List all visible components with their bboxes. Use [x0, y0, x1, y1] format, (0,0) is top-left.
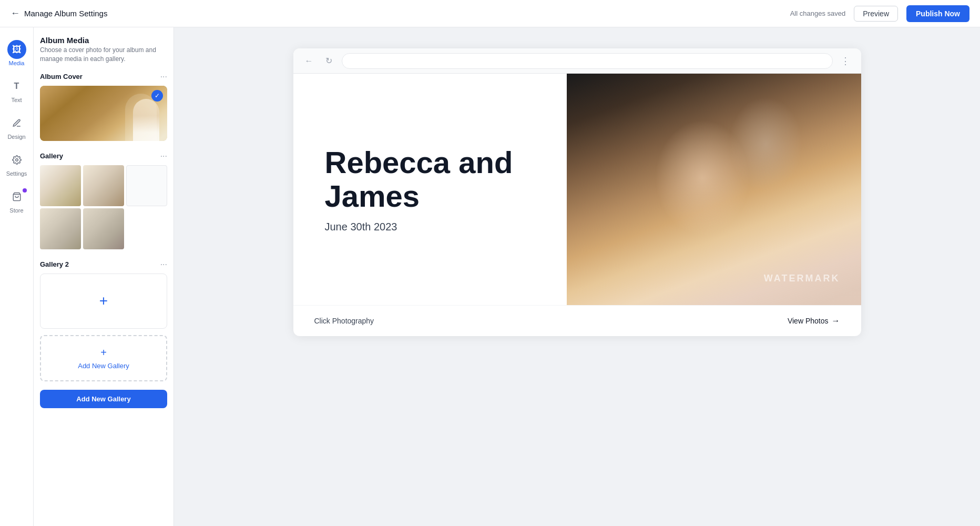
album-cover-label: Album Cover [40, 73, 83, 80]
panel-title: Album Media [40, 36, 167, 45]
browser-preview: ← ↻ ⋮ Rebecca and James June 30th 2023 [293, 48, 861, 336]
sidebar-item-media[interactable]: 🖼 Media [0, 36, 33, 70]
gallery-thumb-4[interactable] [40, 208, 81, 249]
gallery-section-header: Gallery ··· [40, 151, 167, 161]
page-title: Manage Album Settings [24, 9, 107, 18]
settings-icon [7, 150, 26, 169]
plus-icon: + [99, 292, 108, 309]
cover-selected-checkmark: ✓ [151, 90, 163, 102]
panel-sidebar: Album Media Choose a cover photo for you… [34, 27, 174, 526]
preview-button[interactable]: Preview [854, 6, 898, 22]
gallery-thumb-3[interactable] [126, 165, 167, 206]
publish-button[interactable]: Publish Now [906, 5, 969, 22]
gallery-thumb-1[interactable] [40, 165, 81, 206]
cover-image [40, 86, 167, 141]
gallery-label: Gallery [40, 152, 63, 160]
svg-point-0 [15, 159, 18, 161]
album-hero: Rebecca and James June 30th 2023 WATERMA… [293, 74, 861, 305]
back-button[interactable]: ← [11, 8, 20, 19]
view-photos-label: View Photos [788, 317, 829, 325]
design-icon [7, 114, 26, 133]
gallery2-more-button[interactable]: ··· [160, 260, 167, 269]
browser-refresh-icon: ↻ [325, 56, 332, 66]
sidebar-item-store[interactable]: Store [0, 183, 33, 218]
album-date: June 30th 2023 [325, 221, 535, 233]
browser-menu-icon: ⋮ [841, 56, 850, 66]
main-layout: 🖼 Media T Text Design Settings [0, 0, 980, 526]
arrow-right-icon: → [832, 316, 840, 326]
panel-header: Album Media Choose a cover photo for you… [40, 36, 167, 64]
text-icon: T [7, 77, 26, 96]
saved-status: All changes saved [790, 9, 846, 17]
topbar: ← Manage Album Settings All changes save… [0, 0, 980, 27]
topbar-right: All changes saved Preview Publish Now [790, 5, 969, 22]
sidebar-item-settings[interactable]: Settings [0, 146, 33, 181]
sidebar-item-text[interactable]: T Text [0, 73, 33, 107]
album-hero-image: WATERMARK [567, 74, 861, 305]
gallery2-section-header: Gallery 2 ··· [40, 260, 167, 269]
album-cover-more-button[interactable]: ··· [160, 72, 167, 82]
gallery-grid [40, 165, 167, 249]
album-name: Rebecca and James [325, 146, 535, 213]
browser-url-bar[interactable] [342, 53, 833, 69]
couple-photo: WATERMARK [567, 74, 861, 305]
sidebar-item-label: Media [9, 60, 25, 66]
media-icon: 🖼 [7, 40, 26, 59]
browser-back-button[interactable]: ← [302, 54, 317, 68]
browser-back-icon: ← [305, 56, 313, 66]
gallery-more-button[interactable]: ··· [160, 151, 167, 161]
album-cover-section-header: Album Cover ··· [40, 72, 167, 82]
browser-refresh-button[interactable]: ↻ [322, 54, 336, 68]
gallery-thumb-5[interactable] [83, 208, 124, 249]
view-photos-link[interactable]: View Photos → [788, 316, 840, 326]
bottom-add-label: Add New Gallery [76, 395, 130, 403]
album-hero-text: Rebecca and James June 30th 2023 [293, 74, 567, 305]
icon-sidebar: 🖼 Media T Text Design Settings [0, 27, 34, 526]
gallery2-add-button[interactable]: + [40, 274, 167, 329]
cover-image-wrapper[interactable]: ✓ [40, 86, 167, 141]
add-new-gallery-button[interactable]: + Add New Gallery [40, 335, 167, 381]
photographer-name: Click Photography [314, 317, 374, 325]
sidebar-item-design[interactable]: Design [0, 109, 33, 144]
panel-description: Choose a cover photo for your album and … [40, 46, 167, 64]
sidebar-item-label: Settings [6, 170, 27, 177]
add-gallery-plus-icon: + [100, 347, 107, 359]
add-gallery-label: Add New Gallery [78, 362, 129, 370]
sidebar-item-label: Text [11, 97, 22, 103]
topbar-left: ← Manage Album Settings [11, 8, 107, 19]
gallery2-label: Gallery 2 [40, 260, 69, 268]
sidebar-item-label: Design [7, 134, 25, 140]
browser-menu-button[interactable]: ⋮ [838, 54, 853, 68]
album-footer: Click Photography View Photos → [293, 305, 861, 336]
watermark: WATERMARK [764, 273, 840, 284]
browser-toolbar: ← ↻ ⋮ [293, 48, 861, 74]
main-content: ← ↻ ⋮ Rebecca and James June 30th 2023 [174, 27, 980, 526]
gallery-thumb-2[interactable] [83, 165, 124, 206]
bottom-add-gallery-button[interactable]: Add New Gallery [40, 390, 167, 408]
sidebar-item-label: Store [9, 207, 23, 214]
